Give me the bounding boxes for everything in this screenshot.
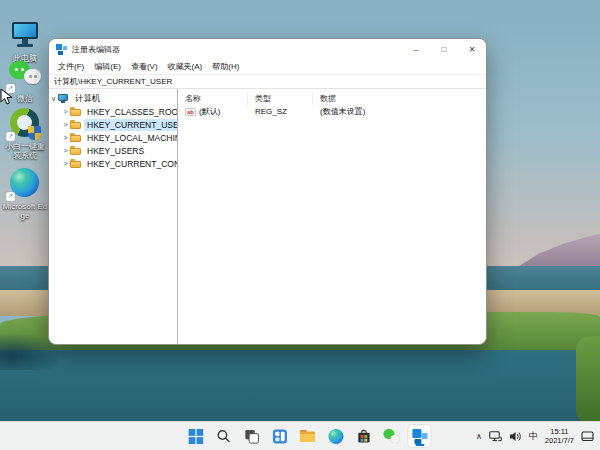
address-text: 计算机\HKEY_CURRENT_USER (54, 76, 172, 87)
window-title: 注册表编辑器 (72, 44, 120, 55)
desktop-icon-xiaobai[interactable]: ↗ 小白一键重装系统 (2, 108, 48, 160)
shortcut-arrow-icon: ↗ (6, 192, 15, 201)
store-button[interactable] (351, 424, 375, 448)
notification-center-icon[interactable] (581, 431, 594, 442)
chevron-right-icon[interactable]: > (61, 160, 70, 167)
shortcut-arrow-icon: ↗ (6, 132, 15, 141)
tree-item-hkey-users[interactable]: > HKEY_USERS (49, 144, 177, 157)
xiaobai-icon: ↗ (8, 108, 42, 140)
close-button[interactable]: ✕ (458, 39, 486, 59)
menu-favorites[interactable]: 收藏夹(A) (163, 61, 208, 72)
menu-edit[interactable]: 编辑(E) (89, 61, 126, 72)
column-header-type[interactable]: 类型 (248, 92, 313, 105)
chevron-right-icon[interactable]: > (61, 134, 70, 141)
menu-help[interactable]: 帮助(H) (207, 61, 244, 72)
computer-icon (58, 94, 69, 103)
column-header-data[interactable]: 数据 (313, 92, 486, 105)
tree-item-hkey-classes-root[interactable]: > HKEY_CLASSES_ROOT (49, 105, 177, 118)
store-icon (356, 429, 371, 444)
tray-date: 2021/7/7 (545, 436, 574, 445)
tray-chevron-up-icon[interactable]: ∧ (476, 432, 482, 441)
reg-sz-icon: ab (185, 108, 196, 116)
maximize-button[interactable]: □ (430, 39, 458, 59)
tree-item-hkey-current-config[interactable]: > HKEY_CURRENT_CONFIG (49, 157, 177, 170)
desktop-icon-label: 小白一键重装系统 (2, 142, 48, 160)
value-row-default[interactable]: ab (默认) REG_SZ (数值未设置) (178, 105, 486, 118)
widgets-icon (272, 429, 287, 444)
chevron-right-icon[interactable]: > (61, 147, 70, 154)
menu-bar: 文件(F) 编辑(E) 查看(V) 收藏夹(A) 帮助(H) (49, 59, 486, 74)
start-button[interactable] (183, 424, 207, 448)
wallpaper-grass-edge (576, 336, 600, 422)
file-explorer-button[interactable] (295, 424, 319, 448)
search-icon (216, 429, 230, 443)
edge-button[interactable] (323, 424, 347, 448)
registry-editor-taskbar-button[interactable] (407, 424, 431, 448)
clock[interactable]: 15:11 2021/7/7 (545, 427, 574, 445)
task-view-button[interactable] (239, 424, 263, 448)
registry-icon (412, 429, 427, 444)
volume-icon[interactable] (509, 431, 522, 442)
folder-icon (70, 133, 81, 142)
chevron-down-icon[interactable]: ∨ (49, 95, 58, 103)
widgets-button[interactable] (267, 424, 291, 448)
menu-file[interactable]: 文件(F) (53, 61, 89, 72)
tray-time: 15:11 (545, 427, 574, 436)
list-header: 名称 类型 数据 (178, 92, 486, 105)
minimize-button[interactable]: – (402, 39, 430, 59)
registry-editor-window: 注册表编辑器 – □ ✕ 文件(F) 编辑(E) 查看(V) 收藏夹(A) 帮助… (48, 38, 487, 345)
network-icon[interactable] (489, 431, 502, 442)
mouse-cursor (0, 88, 13, 106)
windows-logo-icon (188, 429, 203, 444)
this-pc-icon (8, 20, 42, 52)
desktop-icon-edge[interactable]: ↗ Microsoft Edge (2, 168, 48, 220)
edge-icon (328, 429, 343, 444)
tree-root-computer[interactable]: ∨ 计算机 (49, 92, 177, 105)
taskbar: ∧ 中 15:11 2021/7/7 (0, 421, 600, 450)
wechat-icon (383, 429, 399, 443)
tree-item-hkey-current-user[interactable]: > HKEY_CURRENT_USER (49, 118, 177, 131)
search-button[interactable] (211, 424, 235, 448)
file-explorer-icon (299, 429, 315, 443)
chevron-right-icon[interactable]: > (61, 108, 70, 115)
column-header-name[interactable]: 名称 (178, 92, 248, 105)
task-view-icon (244, 429, 259, 444)
folder-icon (70, 159, 81, 168)
titlebar[interactable]: 注册表编辑器 – □ ✕ (49, 39, 486, 59)
address-bar[interactable]: 计算机\HKEY_CURRENT_USER (49, 74, 486, 89)
folder-icon (70, 107, 81, 116)
chevron-right-icon[interactable]: > (61, 121, 70, 128)
wechat-taskbar-button[interactable] (379, 424, 403, 448)
registry-app-icon (56, 44, 67, 55)
menu-view[interactable]: 查看(V) (126, 61, 163, 72)
wechat-icon: ↗ (8, 60, 42, 92)
wallpaper-foreground-water (0, 350, 600, 422)
desktop-icon-label: Microsoft Edge (2, 202, 48, 220)
tree-item-hkey-local-machine[interactable]: > HKEY_LOCAL_MACHINE (49, 131, 177, 144)
folder-icon (70, 120, 81, 129)
folder-icon (70, 146, 81, 155)
desktop-icon-this-pc[interactable]: 此电脑 (2, 20, 48, 63)
ime-indicator[interactable]: 中 (529, 430, 538, 443)
registry-tree-pane[interactable]: ∨ 计算机 > HKEY_CLASSES_ROOT > HKEY_CURRENT… (49, 89, 178, 344)
edge-icon: ↗ (8, 168, 42, 200)
value-list-pane[interactable]: 名称 类型 数据 ab (默认) REG_SZ (数值未设置) (178, 89, 486, 344)
